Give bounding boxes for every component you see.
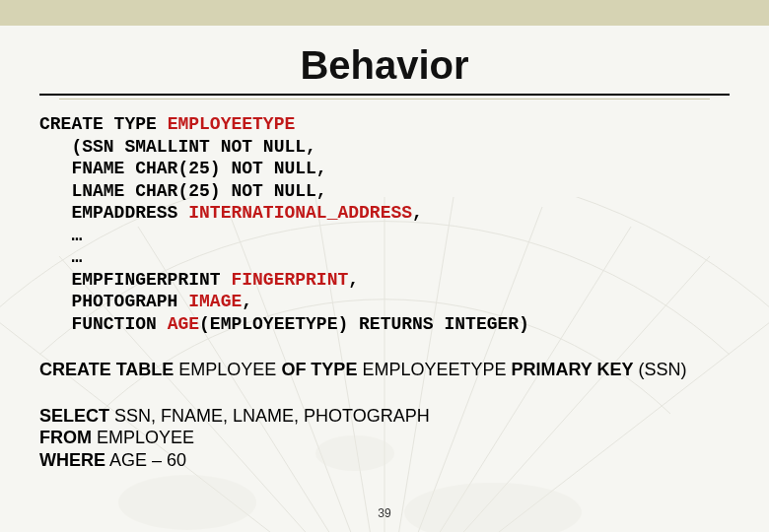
sql-keyword: FROM [39, 428, 92, 447]
sql-keyword: WHERE [39, 450, 105, 470]
code-text: (EMPLOYEETYPE) RETURNS INTEGER) [199, 314, 529, 334]
code-text: FNAME CHAR(25) NOT NULL, [71, 159, 326, 178]
code-text: (SSN SMALLINT NOT NULL, [71, 137, 315, 157]
code-text: … [71, 247, 82, 267]
code-keyword: IMAGE [188, 292, 242, 311]
code-indent [39, 270, 71, 290]
sql-keyword: PRIMARY KEY [511, 360, 633, 379]
code-indent [39, 292, 71, 311]
sql-create-table: CREATE TABLE EMPLOYEE OF TYPE EMPLOYEETY… [39, 359, 730, 381]
code-text: CREATE TYPE [39, 114, 168, 134]
code-keyword: AGE [168, 314, 199, 334]
sql-keyword: OF TYPE [281, 360, 357, 379]
code-text: LNAME CHAR(25) NOT NULL, [71, 181, 326, 201]
sql-text: EMPLOYEE [92, 428, 194, 447]
code-indent [39, 226, 71, 245]
code-text: , [412, 203, 423, 223]
svg-point-0 [118, 475, 256, 530]
code-text: FUNCTION [71, 314, 167, 334]
code-text: EMPFINGERPRINT [71, 270, 231, 290]
code-indent [39, 314, 71, 334]
sql-text: AGE – 60 [105, 450, 186, 470]
sql-text: EMPLOYEE [174, 360, 281, 379]
sql-code-block: CREATE TYPE EMPLOYEETYPE (SSN SMALLINT N… [39, 113, 730, 335]
title-rule [39, 94, 730, 96]
page-number: 39 [378, 506, 390, 520]
code-indent [39, 181, 71, 201]
code-text: PHOTOGRAPH [71, 292, 188, 311]
code-indent [39, 247, 71, 267]
code-text: … [71, 226, 82, 245]
code-text: EMPADDRESS [71, 203, 188, 223]
code-indent [39, 203, 71, 223]
slide-content: CREATE TYPE EMPLOYEETYPE (SSN SMALLINT N… [0, 100, 769, 471]
sql-select: SELECT SSN, FNAME, LNAME, PHOTOGRAPHFROM… [39, 405, 730, 472]
sql-text: SSN, FNAME, LNAME, PHOTOGRAPH [109, 406, 430, 426]
code-keyword: INTERNATIONAL_ADDRESS [188, 203, 412, 223]
code-indent [39, 159, 71, 178]
code-text: , [348, 270, 359, 290]
svg-point-1 [404, 483, 582, 532]
sql-text: (SSN) [633, 360, 686, 379]
code-keyword: EMPLOYEETYPE [168, 114, 296, 134]
sql-keyword: CREATE TABLE [39, 360, 174, 379]
sql-text: EMPLOYEETYPE [357, 360, 511, 379]
top-bar [0, 0, 769, 26]
code-indent [39, 137, 71, 157]
code-text: , [242, 292, 252, 311]
sql-keyword: SELECT [39, 406, 109, 426]
page-title: Behavior [0, 43, 769, 88]
code-keyword: FINGERPRINT [231, 270, 348, 290]
